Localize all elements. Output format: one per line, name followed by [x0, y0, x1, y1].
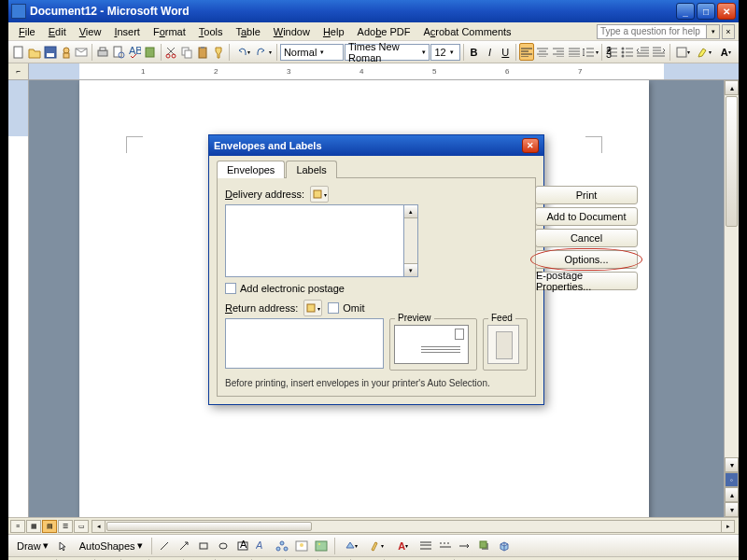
vertical-scrollbar[interactable]: ▴ ▾ ◦ ▴ ▾: [724, 80, 739, 517]
print-preview-button[interactable]: [111, 43, 126, 61]
close-button[interactable]: ✕: [717, 3, 736, 20]
line-color-button[interactable]: ▾: [365, 537, 389, 554]
spellcheck-button[interactable]: ABC: [127, 43, 142, 61]
tab-envelopes[interactable]: Envelopes: [217, 161, 285, 178]
ruler-horizontal[interactable]: ⌐ 1 2 3 4 5 6 7: [8, 63, 739, 80]
research-button[interactable]: [143, 43, 158, 61]
shadow-button[interactable]: [476, 537, 494, 554]
menu-window[interactable]: Window: [267, 24, 317, 39]
scroll-left-button[interactable]: ◂: [92, 521, 106, 532]
line-tool-button[interactable]: [156, 537, 174, 554]
scroll-thumb[interactable]: [726, 96, 738, 227]
borders-button[interactable]: ▾: [673, 43, 694, 61]
dash-style-button[interactable]: [437, 537, 455, 554]
decrease-indent-button[interactable]: [636, 43, 651, 61]
open-button[interactable]: [27, 43, 42, 61]
return-address-book-button[interactable]: [303, 300, 322, 316]
maximize-button[interactable]: □: [697, 3, 715, 20]
copy-button[interactable]: [179, 43, 194, 61]
align-left-button[interactable]: [519, 43, 534, 61]
line-style-button[interactable]: [417, 537, 435, 554]
doc-close-button[interactable]: ×: [722, 24, 735, 39]
dialog-title-bar[interactable]: Envelopes and Labels ✕: [209, 135, 543, 156]
textbox-tool-button[interactable]: A: [234, 537, 252, 554]
menu-table[interactable]: Table: [229, 24, 266, 39]
menu-help[interactable]: Help: [317, 24, 351, 39]
cut-button[interactable]: [163, 43, 178, 61]
return-address-textarea[interactable]: [225, 318, 384, 369]
draw-font-color-button[interactable]: A▾: [391, 537, 416, 554]
highlight-button[interactable]: ▾: [695, 43, 715, 61]
view-web-button[interactable]: ▦: [26, 520, 41, 533]
paste-button[interactable]: [195, 43, 210, 61]
insert-picture-button[interactable]: [313, 537, 331, 554]
italic-button[interactable]: I: [483, 43, 498, 61]
hscroll-thumb[interactable]: [106, 522, 312, 531]
numbering-button[interactable]: 123: [605, 43, 620, 61]
print-button[interactable]: [95, 43, 110, 61]
prev-page-button[interactable]: ▴: [725, 487, 739, 502]
ruler-vertical[interactable]: [8, 80, 29, 517]
menu-edit[interactable]: Edit: [42, 24, 73, 39]
save-button[interactable]: [43, 43, 58, 61]
bullets-button[interactable]: [621, 43, 636, 61]
menu-view[interactable]: View: [73, 24, 108, 39]
draw-menu-button[interactable]: Draw ▾: [12, 538, 53, 553]
wordart-button[interactable]: A: [254, 537, 272, 554]
clipart-button[interactable]: [293, 537, 311, 554]
preview-group[interactable]: Preview: [389, 318, 477, 371]
style-combo[interactable]: Normal▾: [280, 44, 344, 61]
epostage-properties-button[interactable]: E-postage Properties...: [535, 272, 638, 290]
horizontal-scrollbar[interactable]: ◂ ▸: [92, 520, 735, 533]
dialog-close-button[interactable]: ✕: [522, 138, 539, 153]
scroll-up-icon[interactable]: ▴: [404, 205, 417, 218]
format-painter-button[interactable]: [211, 43, 226, 61]
align-right-button[interactable]: [551, 43, 566, 61]
omit-checkbox[interactable]: Omit: [328, 302, 364, 314]
rectangle-tool-button[interactable]: [195, 537, 213, 554]
menu-format[interactable]: Format: [147, 24, 192, 39]
scroll-up-button[interactable]: ▴: [725, 80, 739, 95]
view-reading-button[interactable]: ▭: [74, 520, 89, 533]
arrow-style-button[interactable]: [457, 537, 474, 554]
email-button[interactable]: [74, 43, 89, 61]
view-outline-button[interactable]: ☰: [58, 520, 73, 533]
underline-button[interactable]: U: [498, 43, 513, 61]
justify-button[interactable]: [567, 43, 582, 61]
menu-adobe-pdf[interactable]: Adobe PDF: [351, 24, 417, 39]
increase-indent-button[interactable]: [652, 43, 667, 61]
autoshapes-button[interactable]: AutoShapes ▾: [75, 538, 148, 553]
delivery-address-textarea[interactable]: [225, 204, 404, 277]
font-color-button[interactable]: A▾: [715, 43, 736, 61]
minimize-button[interactable]: _: [676, 3, 695, 20]
3d-button[interactable]: [496, 537, 514, 554]
new-doc-button[interactable]: [11, 43, 26, 61]
oval-tool-button[interactable]: [215, 537, 233, 554]
align-center-button[interactable]: [535, 43, 550, 61]
add-to-document-button[interactable]: Add to Document: [535, 207, 638, 226]
font-size-combo[interactable]: 12▾: [430, 44, 459, 61]
scroll-down-button[interactable]: ▾: [725, 457, 739, 472]
arrow-tool-button[interactable]: [176, 537, 193, 554]
tab-selector[interactable]: ⌐: [8, 63, 29, 79]
feed-group[interactable]: Feed: [483, 318, 528, 371]
print-button[interactable]: Print: [535, 186, 638, 204]
bold-button[interactable]: B: [467, 43, 482, 61]
font-combo[interactable]: Times New Roman▾: [345, 44, 430, 61]
undo-button[interactable]: ▾: [233, 43, 253, 61]
line-spacing-button[interactable]: ▾: [583, 43, 599, 61]
address-book-button[interactable]: [310, 186, 329, 203]
cancel-button[interactable]: Cancel: [535, 229, 638, 247]
menu-acrobat-comments[interactable]: Acrobat Comments: [416, 24, 517, 39]
options-button[interactable]: Options...: [535, 250, 638, 269]
menu-tools[interactable]: Tools: [192, 24, 230, 39]
view-normal-button[interactable]: ≡: [10, 520, 25, 533]
delivery-textarea-scrollbar[interactable]: ▴▾: [404, 204, 418, 277]
next-page-button[interactable]: ▾: [725, 502, 739, 517]
fill-color-button[interactable]: ▾: [339, 537, 363, 554]
view-print-button[interactable]: ▤: [42, 520, 57, 533]
scroll-down-icon[interactable]: ▾: [404, 263, 417, 276]
scroll-right-button[interactable]: ▸: [721, 521, 734, 532]
select-objects-button[interactable]: [55, 537, 73, 554]
browse-object-button[interactable]: ◦: [725, 472, 739, 487]
